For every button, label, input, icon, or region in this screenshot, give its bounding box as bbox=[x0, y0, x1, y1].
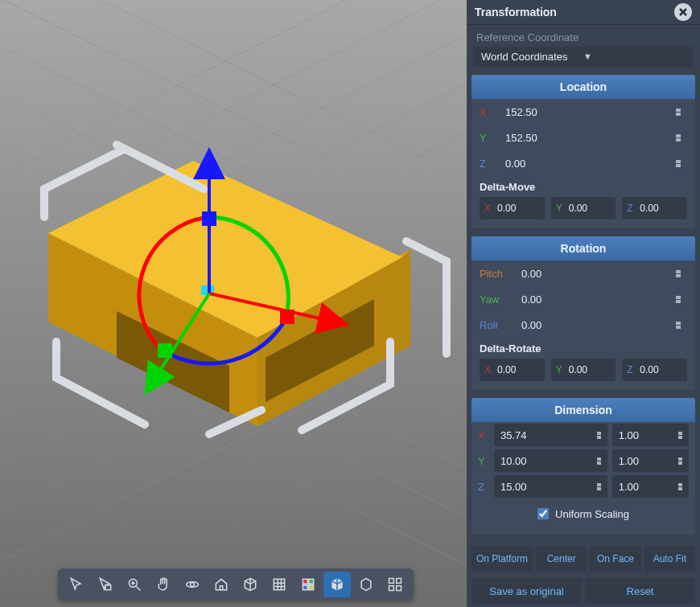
scale-y-input[interactable]: 1.00 bbox=[612, 449, 689, 472]
tool-arrange[interactable] bbox=[381, 572, 409, 597]
location-y-input[interactable]: 152.50 bbox=[499, 126, 687, 149]
close-icon bbox=[678, 7, 688, 17]
delta-rotate-y-input[interactable]: Y0.00 bbox=[551, 359, 616, 381]
delta-rotate-label: Delta-Rotate bbox=[471, 338, 695, 356]
tool-cursor[interactable] bbox=[63, 572, 90, 597]
transformation-panel: Transformation Reference Coordinate Worl… bbox=[467, 0, 700, 607]
model-object[interactable] bbox=[8, 113, 459, 450]
svg-rect-50 bbox=[397, 586, 401, 591]
rotation-header: Rotation bbox=[471, 236, 695, 260]
svg-rect-45 bbox=[303, 585, 307, 590]
tool-home[interactable] bbox=[208, 572, 235, 597]
uniform-scaling-label: Uniform Scaling bbox=[555, 508, 629, 520]
svg-rect-48 bbox=[397, 579, 401, 584]
delta-rotate-z-input[interactable]: Z0.00 bbox=[622, 359, 687, 381]
reset-button[interactable]: Reset bbox=[585, 578, 695, 604]
tool-orbit[interactable] bbox=[179, 572, 206, 597]
scale-x-input[interactable]: 1.00 bbox=[612, 424, 689, 446]
tool-cubeview[interactable] bbox=[237, 572, 264, 597]
tool-grid[interactable] bbox=[266, 572, 293, 597]
svg-rect-38 bbox=[274, 579, 284, 589]
dimension-header: Dimension bbox=[471, 398, 695, 422]
rotation-roll-input[interactable]: 0.00 bbox=[515, 314, 687, 336]
pitch-label: Pitch bbox=[480, 268, 509, 280]
tool-box[interactable] bbox=[323, 572, 351, 597]
delta-move-z-input[interactable]: Z0.00 bbox=[622, 197, 687, 219]
chevron-down-icon: ▼ bbox=[583, 51, 686, 61]
auto-fit-button[interactable]: Auto Fit bbox=[644, 546, 695, 572]
location-z-input[interactable]: 0.00 bbox=[499, 152, 687, 174]
coordinate-system-value: World Coordinates bbox=[481, 51, 583, 63]
svg-rect-49 bbox=[389, 586, 394, 591]
on-face-button[interactable]: On Face bbox=[590, 546, 640, 572]
svg-rect-43 bbox=[303, 579, 307, 584]
close-button[interactable] bbox=[674, 3, 692, 21]
location-section: Location X 152.50 Y 152.50 Z 0.00 Delta-… bbox=[471, 75, 695, 228]
tool-hex[interactable] bbox=[352, 572, 380, 597]
tool-color[interactable] bbox=[294, 572, 322, 597]
axis-y-label: Y bbox=[480, 132, 492, 144]
bottom-toolbar bbox=[58, 568, 414, 601]
reference-coordinate-label: Reference Coordinate bbox=[467, 25, 700, 47]
svg-rect-44 bbox=[309, 579, 314, 584]
svg-rect-46 bbox=[309, 585, 314, 590]
scale-z-input[interactable]: 1.00 bbox=[612, 475, 689, 498]
panel-title: Transformation bbox=[475, 6, 674, 18]
rotation-pitch-input[interactable]: 0.00 bbox=[515, 262, 687, 285]
delta-rotate-x-input[interactable]: X0.00 bbox=[480, 359, 545, 381]
axis-x-label: X bbox=[480, 106, 492, 118]
svg-point-36 bbox=[191, 583, 195, 587]
delta-move-label: Delta-Move bbox=[471, 176, 695, 195]
dim-x-label: X bbox=[478, 429, 489, 441]
dimension-section: Dimension X 35.74 1.00 Y 10.00 1.00 Z 15… bbox=[471, 398, 695, 535]
center-button[interactable]: Center bbox=[536, 546, 587, 572]
location-header: Location bbox=[471, 75, 695, 99]
uniform-scaling-checkbox[interactable] bbox=[537, 508, 549, 519]
svg-rect-31 bbox=[105, 585, 111, 590]
tool-select-rect[interactable] bbox=[92, 572, 119, 597]
dimension-y-input[interactable]: 10.00 bbox=[494, 449, 607, 472]
yaw-label: Yaw bbox=[480, 293, 509, 306]
rotation-section: Rotation Pitch 0.00 Yaw 0.00 Roll 0.00 D… bbox=[471, 236, 695, 390]
dim-y-label: Y bbox=[478, 455, 489, 467]
dimension-z-input[interactable]: 15.00 bbox=[494, 475, 607, 498]
on-platform-button[interactable]: On Platform bbox=[471, 546, 533, 572]
svg-line-33 bbox=[137, 587, 141, 591]
delta-move-x-input[interactable]: X0.00 bbox=[480, 197, 545, 219]
coordinate-system-dropdown[interactable]: World Coordinates ▼ bbox=[473, 47, 694, 67]
rotation-yaw-input[interactable]: 0.00 bbox=[515, 288, 687, 310]
dimension-x-input[interactable]: 35.74 bbox=[494, 424, 607, 446]
tool-pan[interactable] bbox=[150, 572, 177, 597]
roll-label: Roll bbox=[480, 319, 509, 331]
tool-zoom[interactable] bbox=[121, 572, 148, 597]
dim-z-label: Z bbox=[478, 481, 489, 493]
location-x-input[interactable]: 152.50 bbox=[499, 100, 687, 123]
action-row: Save as original Reset bbox=[467, 575, 700, 607]
svg-rect-47 bbox=[389, 579, 394, 584]
axis-z-label: Z bbox=[480, 158, 492, 170]
save-as-original-button[interactable]: Save as original bbox=[471, 578, 582, 604]
delta-move-y-input[interactable]: Y0.00 bbox=[551, 197, 616, 219]
alignment-row: On Platform Center On Face Auto Fit bbox=[467, 543, 700, 575]
